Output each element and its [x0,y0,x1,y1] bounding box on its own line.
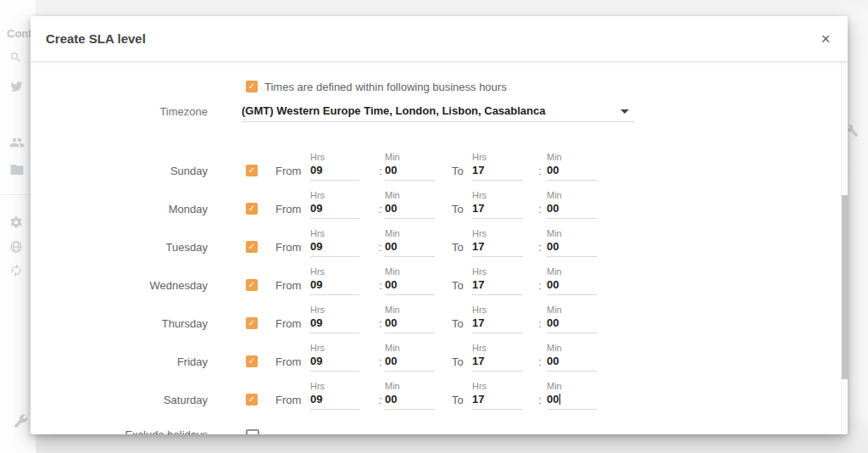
timezone-label: Timezone [51,105,208,118]
from-label: From [275,394,301,406]
dialog-header: Create SLA level × [31,16,848,62]
to-hrs-input[interactable]: Hrs 17 [472,228,523,257]
colon-separator: : [538,317,542,330]
day-checkbox[interactable]: ✓ [246,355,258,367]
from-label: From [275,241,301,254]
to-min-input[interactable]: Min 00 [547,152,597,181]
to-min-value: 00 [547,201,597,219]
scrollbar-track[interactable] [841,61,848,434]
from-hrs-input[interactable]: Hrs 09 [310,343,359,372]
colon-separator: : [379,203,382,215]
to-min-input[interactable]: Min 00 [547,343,597,372]
day-checkbox[interactable]: ✓ [246,394,258,405]
to-min-text: 00 [547,278,559,291]
day-label: Thursday [64,317,208,330]
from-min-input[interactable]: Min 00 [385,152,435,181]
to-min-text: 00 [547,316,559,329]
to-min-value: 00 [547,277,597,295]
colon-separator: : [379,317,382,330]
from-hrs-value: 09 [310,316,359,333]
scrollbar-thumb[interactable] [842,195,848,379]
close-icon[interactable]: × [810,16,841,61]
from-hrs-input[interactable]: Hrs 09 [310,266,359,295]
day-row: Monday ✓ From Hrs 09 : Min 00 To Hrs 17 … [31,190,848,228]
colon-separator: : [538,203,542,215]
to-min-value: 00 [547,392,597,410]
to-min-input[interactable]: Min 00 [547,305,597,333]
colon-separator: : [379,394,382,406]
to-min-input[interactable]: Min 00 [547,190,597,219]
exclude-holidays-row: Exclude holidays [31,428,848,434]
day-label: Friday [64,355,208,368]
day-label: Monday [64,203,208,215]
day-checkbox[interactable]: ✓ [246,279,258,291]
from-min-input[interactable]: Min 00 [385,343,435,372]
to-min-input[interactable]: Min 00 [547,381,597,410]
hrs-label: Hrs [310,228,359,239]
to-hrs-input[interactable]: Hrs 17 [472,343,523,372]
hrs-label: Hrs [310,305,359,316]
check-icon: ✓ [246,81,258,92]
hrs-label: Hrs [310,266,359,277]
to-hrs-value: 17 [472,316,523,333]
day-row: Tuesday ✓ From Hrs 09 : Min 00 To Hrs 17… [31,228,848,266]
from-min-input[interactable]: Min 00 [385,305,435,333]
dialog-title: Create SLA level [46,16,146,61]
from-hrs-input[interactable]: Hrs 09 [310,381,359,410]
hrs-label: Hrs [472,305,523,316]
colon-separator: : [379,165,382,177]
from-min-value: 00 [385,163,435,181]
from-hrs-input[interactable]: Hrs 09 [310,305,359,333]
to-hrs-input[interactable]: Hrs 17 [472,305,523,333]
min-label: Min [385,305,435,316]
from-hrs-input[interactable]: Hrs 09 [310,152,359,181]
check-icon: ✓ [246,355,258,367]
from-hrs-value: 09 [310,277,359,295]
to-hrs-input[interactable]: Hrs 17 [472,190,523,219]
text-caret [559,394,560,405]
colon-separator: : [379,355,382,368]
day-row: Thursday ✓ From Hrs 09 : Min 00 To Hrs 1… [31,305,848,343]
to-hrs-input[interactable]: Hrs 17 [472,266,523,295]
day-checkbox[interactable]: ✓ [246,317,258,329]
to-min-value: 00 [547,354,597,372]
to-hrs-input[interactable]: Hrs 17 [472,152,523,181]
from-min-input[interactable]: Min 00 [385,381,435,410]
from-hrs-value: 09 [310,201,359,219]
to-label: To [452,203,464,215]
colon-separator: : [538,279,542,292]
from-hrs-value: 09 [310,163,359,181]
from-hrs-input[interactable]: Hrs 09 [310,190,359,219]
min-label: Min [385,190,435,201]
hrs-label: Hrs [310,343,359,354]
day-checkbox[interactable]: ✓ [246,203,258,215]
min-label: Min [547,266,597,277]
timezone-value: (GMT) Western Europe Time, London, Lisbo… [242,104,546,117]
create-sla-dialog: Create SLA level × ✓ Times are defined w… [31,16,848,434]
to-hrs-value: 17 [472,239,523,257]
from-min-value: 00 [385,392,435,410]
to-hrs-value: 17 [472,392,523,410]
from-label: From [275,203,301,215]
day-label: Sunday [64,165,208,177]
from-min-input[interactable]: Min 00 [385,266,435,295]
day-row: Friday ✓ From Hrs 09 : Min 00 To Hrs 17 … [31,343,848,381]
from-label: From [275,165,301,177]
from-hrs-value: 09 [310,354,359,372]
to-label: To [452,355,464,368]
day-checkbox[interactable]: ✓ [246,241,258,253]
colon-separator: : [379,279,382,292]
day-checkbox[interactable]: ✓ [246,165,258,176]
exclude-holidays-checkbox[interactable] [246,429,259,434]
hrs-label: Hrs [310,381,359,392]
timezone-select[interactable]: (GMT) Western Europe Time, London, Lisbo… [242,102,634,122]
from-min-input[interactable]: Min 00 [385,228,435,257]
business-hours-checkbox[interactable]: ✓ [246,81,258,92]
from-hrs-input[interactable]: Hrs 09 [310,228,359,257]
to-min-input[interactable]: Min 00 [547,266,597,295]
to-min-input[interactable]: Min 00 [547,228,597,257]
colon-separator: : [538,394,542,406]
to-hrs-input[interactable]: Hrs 17 [472,381,523,410]
min-label: Min [547,152,597,163]
from-min-input[interactable]: Min 00 [385,190,435,219]
